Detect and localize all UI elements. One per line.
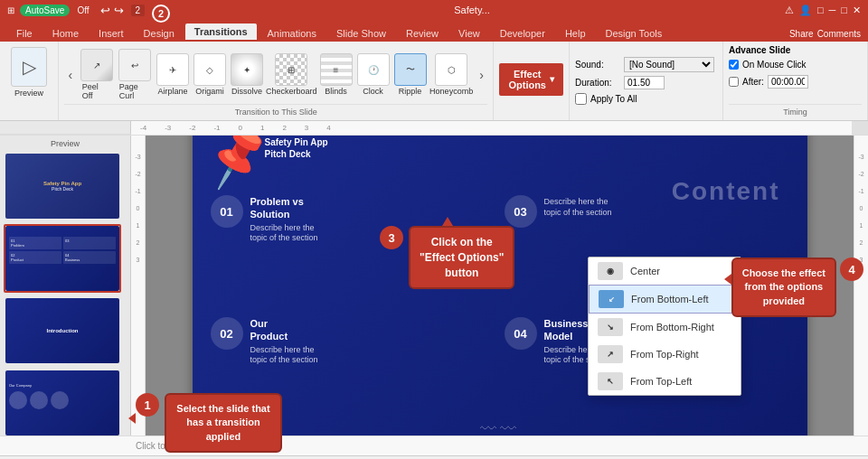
item-title-01: Problem vsSolution (250, 195, 318, 221)
autosave-toggle[interactable]: AutoSave (20, 5, 70, 16)
annotation-4: Choose the effectfrom the optionsprovide… (731, 258, 863, 317)
sound-row: Sound: [No Sound] (575, 57, 717, 72)
quick-access-icon[interactable]: ⌄ (152, 5, 159, 15)
effect-options-arrow: ▾ (550, 74, 554, 84)
transition-clock[interactable]: 🕐 Clock (356, 52, 391, 98)
undo-icon[interactable]: ↩ (100, 4, 110, 17)
transition-peel[interactable]: ↗ Peel Off (80, 47, 114, 102)
slide-thumb-4[interactable]: 4 Our Company (4, 369, 121, 436)
slide-thumb-3[interactable]: 3 Introduction (4, 296, 121, 365)
item-num-04: 04 (505, 317, 537, 350)
comments-button[interactable]: Comments (817, 29, 861, 39)
transition-dissolve[interactable]: ✦ Dissolve (230, 52, 264, 98)
effect-options-button[interactable]: EffectOptions ▾ (499, 63, 563, 96)
transitions-prev-arrow[interactable]: ‹ (64, 68, 77, 82)
status-bar: Slide 2 of 51 Notes ⊞ ⊡ 📖 ▷ − + 85% (0, 455, 868, 459)
annotation-arrow-3 (442, 217, 453, 226)
checkerboard-label: Checkerboard (266, 87, 317, 96)
dropdown-item-top-right[interactable]: ↗ From Top-Right (589, 341, 741, 368)
transitions-icons-row: ‹ ↗ Peel Off ↩ Page Curl ✈ Airplane ◇ Or… (64, 45, 487, 104)
preview-button[interactable]: ▷ Preview (5, 45, 52, 99)
tab-developer[interactable]: Developer (491, 25, 554, 42)
dropdown-item-center[interactable]: ◉ Center (589, 258, 741, 285)
after-input[interactable] (768, 75, 808, 89)
advance-slide-label: Advance Slide (729, 45, 862, 55)
notes-bar[interactable]: Click to add notes (0, 436, 868, 455)
title-bar-filename: Safety... (159, 5, 785, 15)
transition-honeycomb[interactable]: ⬡ Honeycomb (430, 52, 473, 98)
tab-design[interactable]: Design (135, 25, 184, 42)
dissolve-label: Dissolve (231, 87, 262, 96)
sound-select[interactable]: [No Sound] (624, 57, 714, 72)
dropdown-item-top-left[interactable]: ↖ From Top-Left (589, 368, 741, 395)
ribbon-display-icon[interactable]: □ (817, 5, 824, 15)
tab-file[interactable]: File (7, 25, 42, 42)
redo-icon[interactable]: ↪ (114, 4, 124, 17)
annotation-box-4: Choose the effectfrom the optionsprovide… (731, 258, 836, 317)
transition-ripple[interactable]: 〜 Ripple (393, 52, 428, 98)
after-checkbox[interactable] (729, 77, 739, 87)
after-row: After: (729, 75, 862, 89)
top-left-label: From Top-Left (630, 376, 692, 387)
honeycomb-label: Honeycomb (429, 87, 473, 96)
transition-checkerboard[interactable]: ⊞ Checkerboard (267, 52, 316, 98)
tab-insert[interactable]: Insert (90, 25, 133, 42)
on-mouse-click-row: On Mouse Click (729, 60, 862, 70)
slide-title: Safety Pin AppPitch Deck (265, 136, 328, 160)
effect-options-label: EffectOptions (508, 69, 546, 90)
top-ruler: -4-3-2-101234 (131, 121, 852, 135)
dropdown-item-bottom-left[interactable]: ↙ From Bottom-Left (589, 285, 741, 314)
ribbon-preview-section: ▷ Preview (0, 42, 59, 120)
duration-label: Duration: (575, 78, 620, 88)
transition-to-slide-label: Transition to This Slide (64, 104, 487, 117)
top-left-icon: ↖ (598, 372, 623, 390)
slide-preview-3: Introduction (5, 298, 119, 363)
tab-help[interactable]: Help (556, 25, 595, 42)
minimize-icon[interactable]: ─ (829, 5, 836, 15)
top-right-icon: ↗ (598, 345, 623, 363)
tab-slideshow[interactable]: Slide Show (327, 25, 395, 42)
tab-view[interactable]: View (449, 25, 489, 42)
transition-pagecurl[interactable]: ↩ Page Curl (117, 47, 153, 102)
transitions-next-arrow[interactable]: › (476, 68, 488, 82)
slide-preview-2: 01Problem 03 02Product 04Business (5, 226, 119, 291)
slide-thumb-1[interactable]: 1 Safety Pin App Pitch Deck (4, 152, 121, 220)
transition-airplane[interactable]: ✈ Airplane (156, 52, 190, 98)
ribbon: ▷ Preview ‹ ↗ Peel Off ↩ Page Curl ✈ Air… (0, 42, 868, 121)
tab-designtools[interactable]: Design Tools (597, 25, 672, 42)
dropdown-item-bottom-right[interactable]: ↘ From Bottom-Right (589, 314, 741, 341)
transition-origami[interactable]: ◇ Origami (193, 52, 227, 98)
duration-row: Duration: (575, 76, 717, 89)
title-bar: ⊞ AutoSave Off ↩ ↪ 2 ⌄ Safety... ⚠ 👤 □ ─… (0, 0, 868, 20)
annotation-text-1: Select the slide that has a transition a… (176, 403, 269, 442)
tab-animations[interactable]: Animations (259, 25, 326, 42)
apply-all-label: Apply To All (590, 94, 637, 104)
share-button[interactable]: Share (789, 29, 814, 39)
item-desc-03: Describe here thetopic of the section (544, 197, 612, 218)
top-right-label: From Top-Right (630, 349, 699, 360)
item-text-01: Problem vsSolution Describe here thetopi… (250, 195, 318, 244)
item-num-01: 01 (211, 195, 243, 228)
pagecurl-label: Page Curl (119, 82, 150, 100)
bottom-left-icon: ↙ (599, 290, 624, 308)
bottom-left-label: From Bottom-Left (631, 294, 709, 304)
item-text-03: Describe here thetopic of the section (544, 195, 612, 218)
left-ruler: -3-2-10123 (131, 136, 146, 436)
tab-review[interactable]: Review (397, 25, 448, 42)
close-icon[interactable]: ✕ (853, 5, 861, 16)
duration-input[interactable] (624, 76, 665, 89)
slide-thumb-2[interactable]: 2 01Problem 03 02Product 04Business (4, 224, 121, 293)
tab-home[interactable]: Home (43, 25, 88, 42)
tab-transitions[interactable]: Transitions (185, 23, 257, 42)
number-badge: 2 (131, 5, 146, 16)
on-mouse-click-checkbox[interactable] (729, 60, 739, 70)
ripple-label: Ripple (399, 87, 422, 96)
transition-blinds[interactable]: ≡ Blinds (319, 52, 354, 98)
blinds-label: Blinds (325, 87, 347, 96)
apply-all-checkbox[interactable] (575, 93, 587, 105)
maximize-icon[interactable]: □ (841, 5, 847, 15)
slide-panel: Preview 1 Safety Pin App Pitch Deck 2 01… (0, 136, 131, 436)
title-bar-right: ⚠ 👤 □ ─ □ ✕ (785, 5, 861, 16)
wave-decoration: 〰〰 (480, 420, 520, 436)
bottom-right-label: From Bottom-Right (630, 322, 714, 333)
